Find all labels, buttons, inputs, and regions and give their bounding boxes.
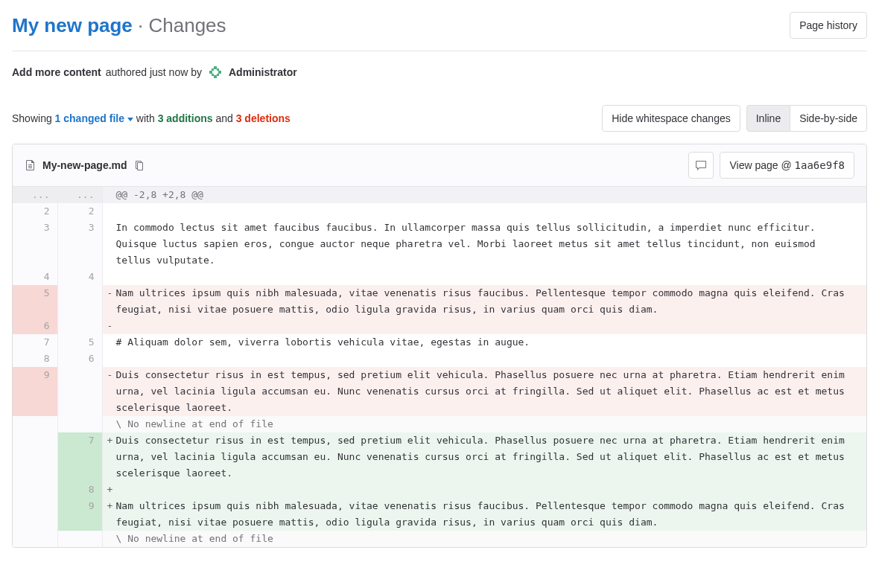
- old-line-number[interactable]: [13, 531, 57, 547]
- diff-line: 75# Aliquam dolor sem, viverra lobortis …: [13, 334, 866, 351]
- old-line-number[interactable]: 3: [13, 220, 57, 269]
- line-content: [102, 351, 866, 367]
- line-content: [102, 203, 866, 220]
- line-content: In commodo lectus sit amet faucibus fauc…: [102, 220, 866, 269]
- svg-rect-4: [214, 75, 217, 78]
- new-line-number[interactable]: 5: [57, 334, 102, 351]
- line-content: # Aliquam dolor sem, viverra lobortis ve…: [102, 334, 866, 351]
- changed-files-link[interactable]: 1 changed file: [55, 112, 133, 124]
- diff-line: 9-Duis consectetur risus in est tempus, …: [13, 367, 866, 416]
- new-line-number[interactable]: [57, 367, 102, 416]
- diff-line: \ No newline at end of file: [13, 531, 866, 547]
- new-line-number[interactable]: 2: [57, 203, 102, 220]
- old-line-number[interactable]: [13, 416, 57, 432]
- svg-rect-3: [218, 71, 221, 74]
- line-text: Nam ultrices ipsum quis nibh malesuada, …: [116, 500, 851, 528]
- line-text: Nam ultrices ipsum quis nibh malesuada, …: [116, 287, 851, 315]
- new-line-number[interactable]: 6: [57, 351, 102, 367]
- diff-view-toggle: Inline Side-by-side: [746, 105, 867, 132]
- line-text: Duis consectetur risus in est tempus, se…: [116, 369, 851, 413]
- diff-sign: +: [107, 432, 113, 449]
- page-header: My new page · Changes Page history: [12, 12, 867, 51]
- old-line-number[interactable]: [13, 498, 57, 531]
- new-line-number[interactable]: 8: [57, 482, 102, 498]
- line-content: +Nam ultrices ipsum quis nibh malesuada,…: [102, 498, 866, 531]
- diff-sign: +: [107, 482, 113, 498]
- diff-sign: -: [107, 367, 113, 383]
- copy-path-icon[interactable]: [133, 159, 145, 171]
- new-line-number[interactable]: 4: [57, 269, 102, 285]
- diff-sign: -: [107, 285, 113, 301]
- commit-meta: Add more content authored just now by Ad…: [12, 63, 867, 81]
- filename[interactable]: My-new-page.md: [42, 159, 127, 171]
- line-text: \ No newline at end of file: [116, 418, 273, 429]
- old-line-number[interactable]: 8: [13, 351, 57, 367]
- line-content: @@ -2,8 +2,8 @@: [102, 187, 866, 203]
- old-line-number[interactable]: 6: [13, 318, 57, 334]
- diff-line: ......@@ -2,8 +2,8 @@: [13, 187, 866, 203]
- line-content: +Duis consectetur risus in est tempus, s…: [102, 432, 866, 482]
- diff-sign: +: [107, 498, 113, 514]
- summary-with: with: [136, 112, 155, 124]
- side-by-side-view-button[interactable]: Side-by-side: [790, 105, 867, 132]
- title-subtitle: Changes: [149, 14, 226, 36]
- old-line-number[interactable]: 5: [13, 285, 57, 318]
- commit-author[interactable]: Administrator: [229, 66, 297, 78]
- line-content: -Nam ultrices ipsum quis nibh malesuada,…: [102, 285, 866, 318]
- diff-table: ......@@ -2,8 +2,8 @@2233In commodo lect…: [13, 187, 866, 547]
- chevron-down-icon: [127, 118, 133, 121]
- view-page-button[interactable]: View page @ 1aa6e9f8: [720, 152, 854, 179]
- diff-line: 33In commodo lectus sit amet faucibus fa…: [13, 220, 866, 269]
- new-line-number[interactable]: [57, 531, 102, 547]
- line-text: # Aliquam dolor sem, viverra lobortis ve…: [116, 336, 530, 348]
- inline-view-button[interactable]: Inline: [746, 105, 790, 132]
- title-separator: ·: [133, 14, 149, 36]
- summary-and: and: [215, 112, 232, 124]
- view-toggle-group: Hide whitespace changes Inline Side-by-s…: [602, 105, 867, 132]
- line-text: Duis consectetur risus in est tempus, se…: [116, 435, 851, 479]
- comment-button[interactable]: [688, 152, 714, 179]
- svg-rect-6: [217, 68, 219, 71]
- new-line-number[interactable]: [57, 318, 102, 334]
- svg-rect-8: [217, 74, 219, 76]
- new-line-number[interactable]: [57, 285, 102, 318]
- old-line-number[interactable]: 2: [13, 203, 57, 220]
- diff-sign: -: [107, 318, 113, 334]
- line-content: -Duis consectetur risus in est tempus, s…: [102, 367, 866, 416]
- commit-authored: authored just now by: [106, 66, 202, 78]
- line-content: \ No newline at end of file: [102, 531, 866, 547]
- line-content: [102, 269, 866, 285]
- page-history-button[interactable]: Page history: [790, 12, 867, 39]
- svg-rect-2: [209, 71, 212, 74]
- old-line-number[interactable]: ...: [13, 187, 57, 203]
- page-title-link[interactable]: My new page: [12, 14, 133, 36]
- old-line-number[interactable]: 9: [13, 367, 57, 416]
- new-line-number[interactable]: 9: [57, 498, 102, 531]
- new-line-number[interactable]: [57, 416, 102, 432]
- svg-rect-1: [214, 66, 217, 69]
- page-title: My new page · Changes: [12, 14, 226, 37]
- svg-rect-7: [212, 74, 214, 76]
- line-content: -: [102, 318, 866, 334]
- diff-line: 44: [13, 269, 866, 285]
- line-text: In commodo lectus sit amet faucibus fauc…: [116, 222, 822, 266]
- view-page-label: View page @: [729, 158, 791, 173]
- old-line-number[interactable]: 7: [13, 334, 57, 351]
- diff-controls: Showing 1 changed file with 3 additions …: [12, 105, 867, 132]
- line-content: +: [102, 482, 866, 498]
- document-icon: [25, 159, 37, 171]
- diff-line: 6-: [13, 318, 866, 334]
- hide-whitespace-button[interactable]: Hide whitespace changes: [602, 105, 740, 132]
- file-holder: My-new-page.md View page @ 1aa6e9f8 ....…: [12, 144, 867, 548]
- old-line-number[interactable]: [13, 482, 57, 498]
- new-line-number[interactable]: 3: [57, 220, 102, 269]
- file-title-left: My-new-page.md: [25, 159, 145, 171]
- new-line-number[interactable]: ...: [57, 187, 102, 203]
- commit-title: Add more content: [12, 66, 101, 78]
- file-title-right: View page @ 1aa6e9f8: [688, 152, 854, 179]
- commit-hash: 1aa6e9f8: [795, 158, 845, 173]
- new-line-number[interactable]: 7: [57, 432, 102, 482]
- old-line-number[interactable]: [13, 432, 57, 482]
- old-line-number[interactable]: 4: [13, 269, 57, 285]
- diff-line: \ No newline at end of file: [13, 416, 866, 432]
